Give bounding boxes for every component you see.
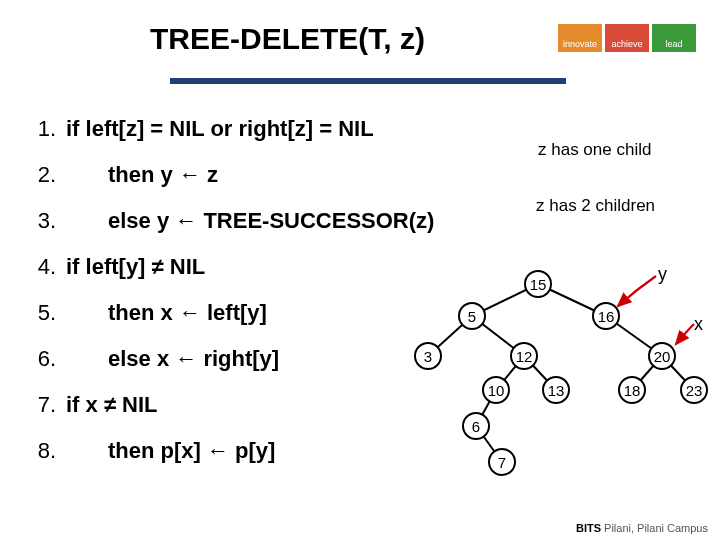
label-x: x (694, 314, 703, 335)
line-text: then y ← z (66, 164, 218, 186)
footer-credit: BITS Pilani, Pilani Campus (576, 522, 708, 534)
logo-block-achieve: achieve (605, 24, 649, 52)
tree-node-6: 6 (462, 412, 490, 440)
line-text: else y ← TREE-SUCCESSOR(z) (66, 210, 434, 232)
tree-node-16: 16 (592, 302, 620, 330)
bst-diagram: 15 5 16 3 12 20 10 13 18 23 6 7 y x (400, 270, 710, 470)
footer-bold: BITS (576, 522, 601, 534)
line-text: then p[x] ← p[y] (66, 440, 275, 462)
page-title: TREE-DELETE(T, z) (150, 22, 425, 56)
tree-node-3: 3 (414, 342, 442, 370)
slide: TREE-DELETE(T, z) innovate achieve lead … (0, 0, 720, 540)
line-text: then x ← left[y] (66, 302, 267, 324)
annotation-one-child: z has one child (538, 140, 651, 160)
code-line-4: 4. if left[y] ≠ NIL (26, 256, 434, 278)
brand-logo: innovate achieve lead (558, 8, 696, 52)
code-line-6: 6. else x ← right[y] (26, 348, 434, 370)
line-number: 4. (26, 256, 56, 278)
line-number: 3. (26, 210, 56, 232)
tree-node-10: 10 (482, 376, 510, 404)
tree-node-12: 12 (510, 342, 538, 370)
tree-node-5: 5 (458, 302, 486, 330)
title-underline (170, 78, 566, 84)
line-number: 2. (26, 164, 56, 186)
tree-node-20: 20 (648, 342, 676, 370)
line-number: 6. (26, 348, 56, 370)
line-text: if left[y] ≠ NIL (66, 256, 205, 278)
code-line-5: 5. then x ← left[y] (26, 302, 434, 324)
code-line-3: 3. else y ← TREE-SUCCESSOR(z) (26, 210, 434, 232)
line-text: if left[z] = NIL or right[z] = NIL (66, 118, 374, 140)
code-line-7: 7. if x ≠ NIL (26, 394, 434, 416)
line-number: 7. (26, 394, 56, 416)
arrow-to-x (676, 324, 694, 344)
tree-node-23: 23 (680, 376, 708, 404)
arrow-to-y (618, 276, 656, 306)
line-text: if x ≠ NIL (66, 394, 158, 416)
footer-rest: Pilani, Pilani Campus (601, 522, 708, 534)
label-y: y (658, 264, 667, 285)
annotation-two-children: z has 2 children (536, 196, 655, 216)
code-line-1: 1. if left[z] = NIL or right[z] = NIL (26, 118, 434, 140)
tree-node-18: 18 (618, 376, 646, 404)
line-text: else x ← right[y] (66, 348, 279, 370)
code-line-8: 8. then p[x] ← p[y] (26, 440, 434, 462)
tree-node-13: 13 (542, 376, 570, 404)
code-line-2: 2. then y ← z (26, 164, 434, 186)
line-number: 1. (26, 118, 56, 140)
logo-block-innovate: innovate (558, 24, 602, 52)
logo-block-lead: lead (652, 24, 696, 52)
line-number: 5. (26, 302, 56, 324)
pseudocode-block: 1. if left[z] = NIL or right[z] = NIL 2.… (26, 118, 434, 486)
tree-node-15: 15 (524, 270, 552, 298)
tree-node-7: 7 (488, 448, 516, 476)
line-number: 8. (26, 440, 56, 462)
